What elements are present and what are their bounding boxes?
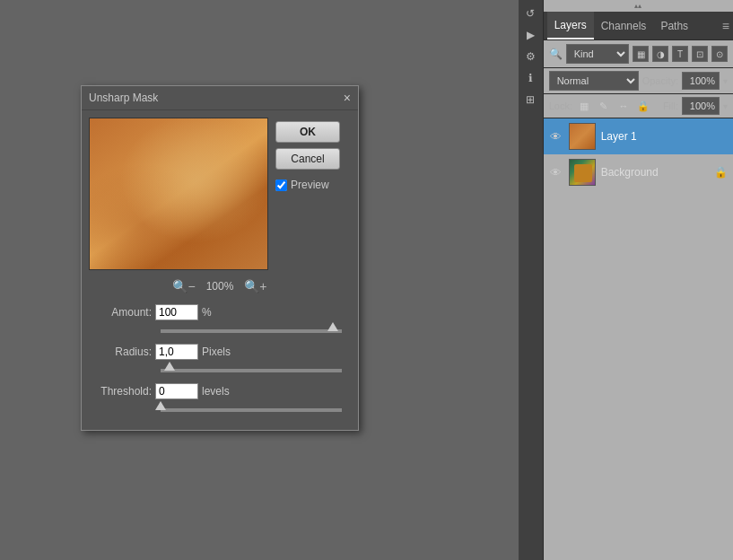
dialog-title: Unsharp Mask xyxy=(89,92,158,104)
dialog-body: OK Cancel Preview 🔍− 100% 🔍+ Amount: % xyxy=(82,110,358,430)
close-button[interactable]: × xyxy=(344,92,351,104)
threshold-slider-thumb[interactable] xyxy=(155,401,166,410)
dialog-buttons: OK Cancel Preview xyxy=(275,118,340,270)
amount-unit: % xyxy=(202,306,212,319)
layer-visibility-layer1[interactable]: 👁 xyxy=(549,129,563,144)
tool-icon-0[interactable]: ↺ xyxy=(520,4,540,23)
layer-lock-icon-background: 🔒 xyxy=(714,166,728,179)
tool-icon-3[interactable]: ℹ xyxy=(520,68,540,88)
radius-slider-thumb[interactable] xyxy=(164,362,175,371)
threshold-row: Threshold: levels xyxy=(89,381,351,401)
layer-thumbnail-layer1 xyxy=(569,123,596,150)
threshold-input[interactable] xyxy=(155,383,198,399)
cancel-button[interactable]: Cancel xyxy=(275,148,340,170)
kind-icon-pixel[interactable]: ▦ xyxy=(633,46,649,62)
layers-panel: ▴▴ Layers Channels Paths ≡ 🔍 Kind ▦ ◑ T … xyxy=(544,0,733,560)
panel-tabs: Layers Channels Paths ≡ xyxy=(544,12,733,40)
lock-label: Lock: xyxy=(549,101,572,111)
layer-name-background: Background xyxy=(601,166,709,179)
layers-list: 👁 Layer 1 👁 Background 🔒 xyxy=(544,118,733,560)
lock-position-button[interactable]: ✎ xyxy=(596,98,612,114)
opacity-dropdown-arrow[interactable]: ▾ xyxy=(723,76,728,86)
panel-menu-icon[interactable]: ≡ xyxy=(722,19,729,33)
kind-icon-adjust[interactable]: ◑ xyxy=(652,46,668,62)
preview-image-inner xyxy=(90,118,267,269)
tool-icon-4[interactable]: ⊞ xyxy=(520,90,540,109)
layer-name-layer1: Layer 1 xyxy=(601,130,728,143)
preview-image[interactable] xyxy=(89,118,268,270)
amount-row: Amount: % xyxy=(89,302,351,322)
kind-row: 🔍 Kind ▦ ◑ T ⊡ ⊙ xyxy=(544,40,733,68)
search-icon: 🔍 xyxy=(549,48,563,60)
preview-label: Preview xyxy=(291,179,329,191)
tool-strip: ↺ ▶ ⚙ ℹ ⊞ xyxy=(519,0,544,560)
zoom-in-icon[interactable]: 🔍+ xyxy=(244,279,266,293)
dialog-top: OK Cancel Preview xyxy=(89,118,351,270)
threshold-label: Threshold: xyxy=(89,385,152,398)
ok-button[interactable]: OK xyxy=(275,121,340,143)
blend-row: Normal Opacity: ▾ xyxy=(544,68,733,94)
radius-unit: Pixels xyxy=(202,346,231,358)
opacity-label: Opacity: xyxy=(642,75,678,86)
lock-all-button[interactable]: 🔒 xyxy=(635,98,651,114)
threshold-unit: levels xyxy=(202,385,230,398)
radius-slider-track[interactable] xyxy=(161,369,342,372)
threshold-slider-row xyxy=(89,407,351,423)
blend-mode-select[interactable]: Normal xyxy=(549,71,639,91)
amount-slider-track[interactable] xyxy=(161,329,342,333)
radius-input[interactable] xyxy=(155,344,198,360)
layer-item-layer1[interactable]: 👁 Layer 1 xyxy=(544,118,733,154)
kind-icon-shape[interactable]: ⊡ xyxy=(692,46,708,62)
fill-input[interactable] xyxy=(682,97,720,115)
lock-artboard-button[interactable]: ↔ xyxy=(615,98,632,114)
tab-channels[interactable]: Channels xyxy=(594,12,654,39)
radius-row: Radius: Pixels xyxy=(89,342,351,362)
zoom-row: 🔍− 100% 🔍+ xyxy=(89,276,351,297)
layer-item-background[interactable]: 👁 Background 🔒 xyxy=(544,154,733,190)
amount-label: Amount: xyxy=(89,306,152,319)
kind-select[interactable]: Kind xyxy=(566,44,629,64)
fill-dropdown-arrow[interactable]: ▾ xyxy=(723,101,728,111)
radius-label: Radius: xyxy=(89,346,152,358)
zoom-value: 100% xyxy=(206,280,234,293)
preview-checkbox-label[interactable]: Preview xyxy=(275,179,340,191)
layer-visibility-background[interactable]: 👁 xyxy=(549,165,563,179)
amount-slider-row xyxy=(89,328,351,337)
tool-icon-2[interactable]: ⚙ xyxy=(520,47,540,66)
unsharp-mask-dialog: Unsharp Mask × OK Cancel Preview xyxy=(81,85,359,431)
dialog-titlebar: Unsharp Mask × xyxy=(82,86,358,110)
lock-row: Lock: ▦ ✎ ↔ 🔒 Fill: ▾ xyxy=(544,94,733,118)
threshold-slider-track[interactable] xyxy=(161,408,342,412)
fill-label: Fill: xyxy=(663,101,678,111)
expand-handle-top[interactable]: ▴▴ xyxy=(544,0,733,12)
layer-thumbnail-background xyxy=(569,159,596,186)
amount-slider-thumb[interactable] xyxy=(327,322,338,331)
kind-icon-smart[interactable]: ⊙ xyxy=(711,46,728,62)
workspace: Unsharp Mask × OK Cancel Preview xyxy=(0,0,519,560)
kind-icon-text[interactable]: T xyxy=(672,46,688,62)
tab-paths[interactable]: Paths xyxy=(653,12,695,39)
lock-pixels-button[interactable]: ▦ xyxy=(576,98,592,114)
right-panel: ↺ ▶ ⚙ ℹ ⊞ ▴▴ Layers Channels Paths ≡ 🔍 K… xyxy=(519,0,733,560)
preview-checkbox[interactable] xyxy=(275,179,287,191)
opacity-input[interactable] xyxy=(682,72,720,90)
radius-slider-row xyxy=(89,367,351,376)
zoom-out-icon[interactable]: 🔍− xyxy=(172,279,195,293)
tab-layers[interactable]: Layers xyxy=(547,12,594,39)
amount-input[interactable] xyxy=(155,304,198,320)
tool-icon-1[interactable]: ▶ xyxy=(520,25,540,45)
